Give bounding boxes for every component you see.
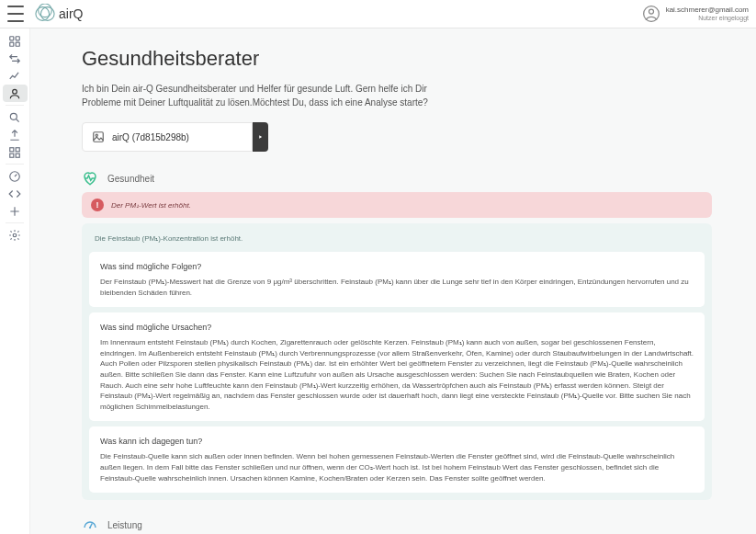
image-icon xyxy=(92,131,105,143)
sidebar-item-search[interactable] xyxy=(3,108,28,126)
health-summary: Die Feinstaub (PM₁)-Konzentration ist er… xyxy=(89,231,705,246)
svg-point-18 xyxy=(96,134,97,136)
device-selector-row: airQ (7d815b298b) xyxy=(82,122,712,152)
svg-point-9 xyxy=(13,89,17,94)
health-card-actions: Was kann ich dagegen tun? Die Feinstaub-… xyxy=(89,426,705,493)
heart-pulse-icon xyxy=(82,170,98,187)
start-analysis-button[interactable] xyxy=(253,122,268,152)
search-icon xyxy=(8,111,21,124)
card-title: Was sind mögliche Folgen? xyxy=(100,261,694,273)
page-title: Gesundheitsberater xyxy=(82,47,712,71)
svg-point-10 xyxy=(10,113,17,119)
svg-rect-7 xyxy=(10,42,14,46)
sidebar-item-swap[interactable] xyxy=(3,50,28,67)
logo[interactable]: airQ xyxy=(35,4,83,24)
play-icon xyxy=(258,133,263,141)
menu-toggle[interactable] xyxy=(7,6,24,22)
svg-point-16 xyxy=(13,233,17,237)
svg-point-2 xyxy=(39,4,52,17)
sidebar-item-advisor[interactable] xyxy=(3,85,28,102)
svg-rect-11 xyxy=(10,147,14,151)
svg-rect-17 xyxy=(94,132,104,142)
performance-section-title: Leistung xyxy=(107,520,142,530)
health-details: Die Feinstaub (PM₁)-Konzentration ist er… xyxy=(82,223,712,500)
sidebar xyxy=(0,28,30,534)
topbar: airQ kai.schmerer@gmail.com Nutzer einge… xyxy=(0,0,756,28)
health-warning-text: Der PM₁-Wert ist erhöht. xyxy=(111,201,191,210)
sidebar-item-dashboard[interactable] xyxy=(3,32,28,50)
device-selector-value: airQ (7d815b298b) xyxy=(112,132,189,142)
logo-text: airQ xyxy=(59,6,83,21)
intro-text: Ich bin Dein air-Q Gesundheitsberater un… xyxy=(82,82,449,109)
card-body: Der Feinstaub (PM₁)-Messwert hat die Gre… xyxy=(100,277,694,298)
sidebar-item-chart[interactable] xyxy=(3,67,28,85)
svg-rect-6 xyxy=(16,36,19,40)
sidebar-item-gauge[interactable] xyxy=(3,167,28,185)
user-email: kai.schmerer@gmail.com xyxy=(666,6,749,15)
warning-icon: ! xyxy=(91,199,104,211)
card-title: Was kann ich dagegen tun? xyxy=(100,436,694,448)
logo-icon xyxy=(35,4,55,24)
performance-section: Leistung i Es sind keine Grenzwerte über… xyxy=(82,517,712,534)
gear-icon xyxy=(8,229,21,242)
code-icon xyxy=(8,187,21,200)
svg-point-19 xyxy=(89,527,91,528)
health-section: Gesundheit ! Der PM₁-Wert ist erhöht. Di… xyxy=(82,170,712,500)
health-card-causes: Was sind mögliche Ursachen? Im Innenraum… xyxy=(89,312,705,421)
account-circle-icon[interactable] xyxy=(642,5,660,23)
svg-rect-14 xyxy=(16,153,19,157)
health-card-consequences: Was sind mögliche Folgen? Der Feinstaub … xyxy=(89,252,705,307)
dashboard-icon xyxy=(8,35,21,48)
device-selector[interactable]: airQ (7d815b298b) xyxy=(82,122,253,152)
sidebar-item-grid[interactable] xyxy=(3,143,28,161)
upload-icon xyxy=(8,129,21,142)
plus-icon xyxy=(8,205,21,218)
card-body: Die Feinstaub-Quelle kann sich außen ode… xyxy=(100,451,694,483)
user-icon xyxy=(8,87,21,100)
health-warning-banner: ! Der PM₁-Wert ist erhöht. xyxy=(82,192,712,218)
svg-point-4 xyxy=(649,9,653,14)
speedometer-icon xyxy=(82,517,98,533)
sidebar-item-settings[interactable] xyxy=(3,226,28,244)
swap-icon xyxy=(8,52,21,65)
svg-rect-12 xyxy=(16,147,19,151)
card-body: Im Innenraum entsteht Feinstaub (PM₁) du… xyxy=(100,337,694,412)
sidebar-item-code[interactable] xyxy=(3,185,28,202)
grid-icon xyxy=(8,146,21,159)
gauge-icon xyxy=(8,170,21,183)
sidebar-item-upload[interactable] xyxy=(3,126,28,143)
health-section-title: Gesundheit xyxy=(107,174,154,184)
card-title: Was sind mögliche Ursachen? xyxy=(100,322,694,334)
sidebar-item-add[interactable] xyxy=(3,202,28,220)
svg-rect-13 xyxy=(10,153,14,157)
main-content: Gesundheitsberater Ich bin Dein air-Q Ge… xyxy=(30,28,756,534)
chart-icon xyxy=(8,70,21,83)
user-block[interactable]: kai.schmerer@gmail.com Nutzer eingeloggt xyxy=(666,6,749,22)
svg-rect-5 xyxy=(10,36,14,40)
svg-rect-8 xyxy=(16,42,19,46)
user-status: Nutzer eingeloggt xyxy=(666,15,749,22)
